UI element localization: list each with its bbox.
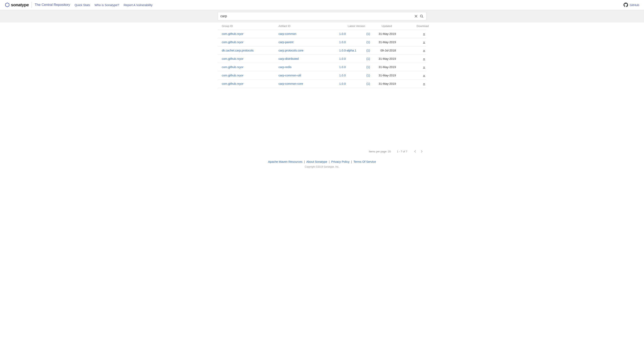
logo-text: sonatype [11, 3, 29, 7]
chevron-left-icon [413, 150, 417, 153]
updated-date: 31-May-2019 [374, 32, 400, 36]
download-button[interactable] [400, 57, 430, 61]
download-icon [422, 57, 426, 61]
table-row: com.github.rxyorcarp-common-core1.0.0(1)… [218, 80, 426, 88]
group-id-link[interactable]: com.github.rxyor [222, 41, 278, 44]
github-label: GitHub [630, 3, 639, 7]
svg-point-2 [420, 15, 422, 17]
github-icon [624, 3, 628, 7]
chevron-right-icon [420, 150, 424, 153]
group-id-link[interactable]: com.github.rxyor [222, 82, 278, 85]
copyright: Copyright ©2019 Sonatype, Inc. [0, 165, 644, 168]
version-count-link[interactable]: (1) [358, 57, 374, 60]
download-icon [422, 65, 426, 69]
footer-terms-of-service[interactable]: Terms Of Service [354, 160, 376, 163]
download-button[interactable] [400, 49, 430, 52]
artifact-id-link[interactable]: carp-common [278, 32, 339, 36]
download-button[interactable] [400, 74, 430, 77]
footer-about-sonatype[interactable]: About Sonatype [306, 160, 327, 163]
download-icon [422, 74, 426, 77]
artifact-id-link[interactable]: carp-distributed [278, 57, 339, 60]
table-row: com.github.rxyorcarp-parent1.0.0(1)31-Ma… [218, 38, 426, 46]
footer-separator: | [329, 160, 330, 163]
updated-date: 31-May-2019 [374, 41, 400, 44]
sonatype-logo-icon [5, 3, 10, 7]
footer-separator: | [304, 160, 305, 163]
table-row: com.github.rxyorcarp-common1.0.0(1)31-Ma… [218, 30, 426, 38]
group-id-link[interactable]: com.github.rxyor [222, 66, 278, 69]
nav-report-vulnerability[interactable]: Report A Vulnerability [124, 3, 152, 7]
footer-privacy-policy[interactable]: Privacy Policy [331, 160, 350, 163]
download-icon [422, 49, 426, 52]
version-count-link[interactable]: (1) [358, 49, 374, 52]
latest-version-link[interactable]: 1.0.0 [339, 41, 358, 44]
github-link[interactable]: GitHub [624, 3, 639, 7]
nav-who-is-sonatype[interactable]: Who is Sonatype? [94, 3, 119, 7]
th-group-id: Group ID [222, 25, 278, 28]
table-body: com.github.rxyorcarp-common1.0.0(1)31-Ma… [218, 30, 426, 88]
artifact-id-link[interactable]: carp-parent [278, 41, 339, 44]
download-button[interactable] [400, 40, 430, 44]
download-icon [422, 32, 426, 36]
clear-search-button[interactable] [413, 13, 419, 19]
version-count-link[interactable]: (1) [358, 74, 374, 77]
th-updated: Updated [374, 25, 400, 28]
content: Group ID Artifact ID Latest Version Upda… [0, 23, 644, 88]
artifact-id-link[interactable]: carp.protocols.core [278, 49, 339, 52]
search-icon [420, 14, 424, 18]
search-bar-wrap [0, 10, 644, 23]
artifact-id-link[interactable]: carp-common-core [278, 82, 339, 85]
nav-quick-stats[interactable]: Quick Stats [74, 3, 90, 7]
table-row: com.github.rxyorcarp-distributed1.0.0(1)… [218, 55, 426, 63]
version-count-link[interactable]: (1) [358, 32, 374, 36]
pager: Items per page: 20 1 - 7 of 7 [218, 147, 426, 156]
pager-next-button[interactable] [420, 150, 424, 153]
version-count-link[interactable]: (1) [358, 66, 374, 69]
footer-links: Apache Maven Resources | About Sonatype … [0, 160, 644, 163]
pager-range: 1 - 7 of 7 [397, 150, 407, 153]
group-id-link[interactable]: dk.cachet.carp.protocols [222, 49, 278, 52]
updated-date: 31-May-2019 [374, 57, 400, 60]
version-count-link[interactable]: (1) [358, 82, 374, 85]
table-row: com.github.rxyorcarp-common-util1.0.0(1)… [218, 71, 426, 80]
footer: Apache Maven Resources | About Sonatype … [0, 156, 644, 170]
th-artifact-id: Artifact ID [278, 25, 339, 28]
table-row: dk.cachet.carp.protocolscarp.protocols.c… [218, 46, 426, 55]
artifact-id-link[interactable]: carp-common-util [278, 74, 339, 77]
group-id-link[interactable]: com.github.rxyor [222, 57, 278, 60]
download-icon [422, 40, 426, 44]
latest-version-link[interactable]: 1.0.0 [339, 66, 358, 69]
download-button[interactable] [400, 32, 430, 36]
version-count-link[interactable]: (1) [358, 41, 374, 44]
header: sonatype The Central Repository Quick St… [0, 0, 644, 10]
table-row: com.github.rxyorcarp-redis1.0.0(1)31-May… [218, 63, 426, 71]
page-title[interactable]: The Central Repository [35, 3, 70, 7]
th-latest-version: Latest Version [339, 25, 374, 28]
nav-links: Quick Stats Who is Sonatype? Report A Vu… [74, 3, 152, 7]
updated-date: 31-May-2019 [374, 74, 400, 77]
footer-separator: | [351, 160, 352, 163]
download-button[interactable] [400, 82, 430, 86]
results-table: Group ID Artifact ID Latest Version Upda… [218, 23, 426, 88]
download-button[interactable] [400, 65, 430, 69]
search-input[interactable] [220, 14, 413, 18]
download-icon [422, 82, 426, 86]
search-button[interactable] [419, 13, 424, 19]
artifact-id-link[interactable]: carp-redis [278, 66, 339, 69]
latest-version-link[interactable]: 1.0.0 [339, 32, 358, 36]
table-header: Group ID Artifact ID Latest Version Upda… [218, 23, 426, 30]
group-id-link[interactable]: com.github.rxyor [222, 74, 278, 77]
pager-prev-button[interactable] [413, 150, 417, 153]
footer-apache-maven-resources[interactable]: Apache Maven Resources [268, 160, 302, 163]
th-download: Download [400, 25, 430, 28]
logo[interactable]: sonatype [5, 3, 29, 7]
search-bar [218, 12, 426, 21]
updated-date: 09-Jul-2018 [374, 49, 400, 52]
items-per-page[interactable]: Items per page: 20 [369, 150, 391, 153]
latest-version-link[interactable]: 1.0.0 [339, 82, 358, 85]
latest-version-link[interactable]: 1.0.0-alpha.1 [339, 49, 358, 52]
updated-date: 31-May-2019 [374, 66, 400, 69]
latest-version-link[interactable]: 1.0.0 [339, 57, 358, 60]
latest-version-link[interactable]: 1.0.0 [339, 74, 358, 77]
group-id-link[interactable]: com.github.rxyor [222, 32, 278, 36]
